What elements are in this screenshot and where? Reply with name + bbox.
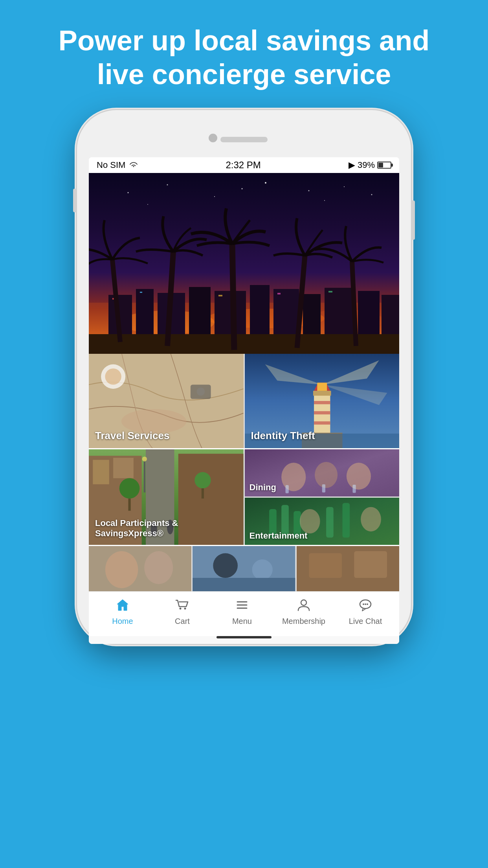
svg-rect-48 [313, 391, 331, 395]
nav-label-menu: Menu [232, 617, 252, 626]
svg-rect-52 [314, 401, 330, 404]
svg-rect-64 [128, 498, 130, 511]
services-row1: Travel Services [89, 354, 399, 448]
nav-item-livechat[interactable]: Live Chat [346, 598, 385, 626]
svg-point-33 [371, 194, 372, 195]
svg-rect-6 [136, 289, 154, 342]
phone-top [89, 130, 399, 153]
svg-point-103 [365, 603, 366, 605]
svg-rect-74 [285, 485, 288, 493]
service-tile-partial2[interactable] [193, 546, 295, 591]
cart-icon [175, 598, 189, 614]
svg-rect-60 [113, 458, 134, 478]
svg-rect-82 [342, 503, 350, 537]
service-tile-partial1[interactable] [89, 546, 191, 591]
services-right-stack: Dining [245, 449, 400, 545]
svg-point-63 [194, 472, 211, 488]
svg-point-32 [344, 186, 345, 187]
svg-rect-75 [322, 484, 325, 493]
service-tile-dining[interactable]: Dining [245, 449, 400, 497]
svg-point-67 [142, 456, 147, 461]
home-indicator [216, 636, 272, 638]
phone-camera [209, 134, 217, 142]
status-bar: No SIM 2:32 PM ▶ 39% [89, 157, 399, 173]
svg-point-41 [196, 388, 205, 396]
svg-point-27 [128, 192, 129, 193]
svg-rect-13 [325, 288, 354, 342]
svg-point-31 [308, 190, 310, 191]
services-row3 [89, 546, 399, 591]
service-tile-travel[interactable]: Travel Services [89, 354, 244, 448]
location-icon: ▶ [349, 160, 355, 170]
nav-label-cart: Cart [175, 617, 190, 626]
svg-point-87 [144, 551, 173, 584]
svg-point-34 [147, 204, 148, 205]
svg-point-39 [105, 368, 121, 384]
livechat-icon [358, 598, 372, 614]
membership-icon [297, 598, 311, 614]
svg-point-30 [265, 182, 266, 184]
svg-point-84 [361, 507, 381, 531]
svg-rect-11 [273, 289, 299, 342]
hero-image [89, 173, 399, 354]
service-label-local: Local Participants & SavingsXpress® [95, 518, 244, 539]
nav-label-home: Home [112, 617, 133, 626]
svg-point-100 [301, 600, 306, 605]
svg-rect-93 [309, 553, 342, 578]
battery-percent: 39% [358, 160, 375, 170]
svg-point-90 [252, 559, 273, 580]
nav-item-membership[interactable]: Membership [282, 598, 325, 626]
menu-icon [235, 598, 249, 614]
svg-rect-53 [314, 411, 330, 414]
phone-shell: No SIM 2:32 PM ▶ 39% [77, 110, 411, 644]
svg-rect-91 [193, 578, 295, 591]
status-left: No SIM [97, 160, 138, 170]
nav-item-home[interactable]: Home [103, 598, 142, 626]
svg-point-72 [315, 462, 338, 488]
svg-point-89 [213, 553, 238, 578]
svg-rect-19 [277, 293, 281, 294]
svg-rect-21 [89, 334, 399, 354]
nav-item-menu[interactable]: Menu [222, 598, 262, 626]
service-tile-identity[interactable]: Identity Theft [245, 354, 400, 448]
svg-point-86 [105, 551, 138, 588]
svg-rect-50 [317, 383, 327, 391]
header-title: Power up local savings and live concierg… [0, 24, 488, 92]
svg-point-36 [324, 200, 325, 201]
svg-point-96 [184, 608, 186, 610]
svg-point-104 [367, 603, 368, 605]
phone-mockup: No SIM 2:32 PM ▶ 39% [77, 110, 411, 644]
bottom-nav: Home Cart [89, 591, 399, 634]
svg-line-24 [232, 244, 234, 350]
svg-point-102 [363, 603, 364, 605]
svg-point-71 [281, 463, 306, 491]
svg-point-62 [119, 478, 140, 498]
nav-item-cart[interactable]: Cart [163, 598, 202, 626]
status-right: ▶ 39% [349, 160, 391, 170]
svg-point-83 [299, 509, 320, 533]
svg-point-29 [214, 196, 215, 197]
service-label-entertainment: Entertainment [250, 531, 308, 541]
nav-label-membership: Membership [282, 617, 325, 626]
services-row2: Local Participants & SavingsXpress® [89, 449, 399, 545]
service-label-travel: Travel Services [95, 430, 169, 442]
service-label-dining: Dining [250, 482, 276, 493]
phone-screen: No SIM 2:32 PM ▶ 39% [89, 157, 399, 644]
status-time: 2:32 PM [226, 160, 261, 171]
svg-rect-17 [140, 292, 142, 293]
svg-point-35 [242, 188, 243, 189]
svg-rect-20 [328, 291, 332, 292]
carrier-label: No SIM [97, 160, 125, 170]
service-tile-entertainment[interactable]: Entertainment [245, 498, 400, 545]
phone-speaker [220, 137, 268, 142]
nav-label-livechat: Live Chat [349, 617, 382, 626]
svg-rect-18 [218, 295, 222, 296]
svg-point-28 [167, 184, 168, 186]
svg-rect-81 [326, 507, 334, 538]
svg-point-73 [346, 463, 371, 489]
service-tile-local[interactable]: Local Participants & SavingsXpress® [89, 449, 244, 545]
svg-rect-54 [314, 421, 330, 425]
home-icon [116, 598, 130, 614]
svg-point-95 [179, 608, 181, 610]
service-tile-partial3[interactable] [297, 546, 399, 591]
